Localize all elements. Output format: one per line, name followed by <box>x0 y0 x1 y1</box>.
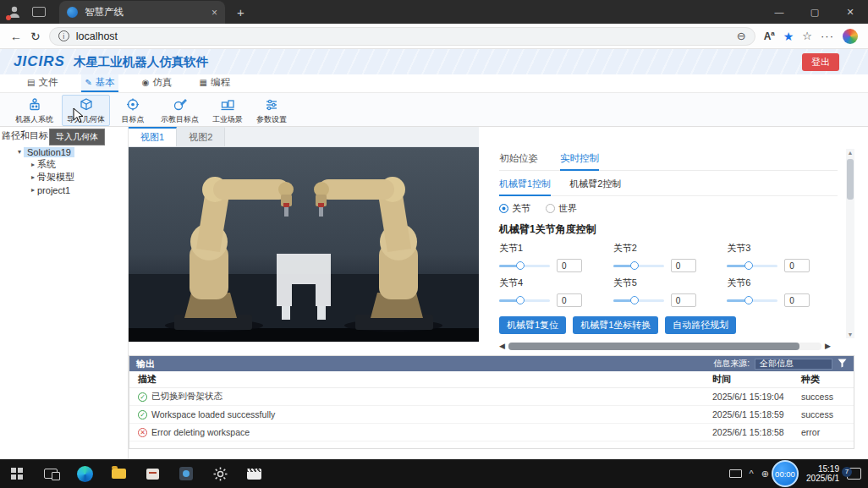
joint-input[interactable]: 0 <box>784 293 810 307</box>
browser-tab[interactable]: 智慧产线 × <box>59 1 225 24</box>
network-icon[interactable]: ⊕ <box>761 469 769 480</box>
vscroll-thumb[interactable] <box>847 159 854 200</box>
menu-item-simulation[interactable]: ◉ 仿真 <box>139 74 176 92</box>
tree-label[interactable]: 系统 <box>37 158 56 171</box>
file-explorer-button[interactable] <box>102 459 135 488</box>
tab-arm1-control[interactable]: 机械臂1控制 <box>499 178 551 190</box>
slider-knob[interactable] <box>516 261 525 270</box>
slider-knob[interactable] <box>516 296 525 304</box>
joint-slider[interactable] <box>499 296 550 304</box>
close-button[interactable]: ✕ <box>832 0 868 24</box>
new-tab-button[interactable]: + <box>237 5 244 19</box>
app-button[interactable] <box>169 459 203 488</box>
auto-path-plan-button[interactable]: 自动路径规划 <box>665 316 736 334</box>
store-button[interactable] <box>135 459 169 488</box>
refresh-icon[interactable]: ↻ <box>30 30 41 43</box>
tab-view1[interactable]: 视图1 <box>129 127 177 146</box>
caret-right-icon[interactable]: ▸ <box>29 161 37 168</box>
edge-taskbar-button[interactable] <box>68 459 102 488</box>
bookmark-star-icon[interactable]: ★ <box>783 30 794 43</box>
tab-realtime-control[interactable]: 实时控制 <box>560 152 599 165</box>
joint-input[interactable]: 0 <box>784 259 810 272</box>
tree-label[interactable]: Solution19 <box>24 147 74 157</box>
tool-param-settings[interactable]: 参数设置 <box>251 95 292 126</box>
settings-button[interactable] <box>203 459 237 488</box>
zoom-out-icon[interactable]: ⊖ <box>737 30 746 42</box>
scroll-left-icon[interactable]: ◀ <box>499 342 505 350</box>
address-text[interactable]: localhost <box>76 30 730 42</box>
joint-slider[interactable] <box>499 261 550 270</box>
site-info-icon[interactable]: i <box>58 30 69 41</box>
source-select[interactable]: 全部信息 <box>755 359 832 370</box>
tab-initial-pose[interactable]: 初始位姿 <box>499 152 538 165</box>
screen-recorder-timer[interactable]: 00:00 <box>772 460 799 487</box>
tree-item-solution[interactable]: ▾ Solution19 <box>0 145 128 158</box>
address-bar[interactable]: i localhost ⊖ <box>49 27 755 46</box>
profile-avatar-icon[interactable] <box>7 4 22 19</box>
slider-knob[interactable] <box>744 296 753 304</box>
filter-icon[interactable] <box>838 356 847 371</box>
slider-knob[interactable] <box>630 296 639 304</box>
tree-item-skeleton-model[interactable]: ▸ 骨架模型 <box>0 171 128 184</box>
menu-item-file[interactable]: ▤ 文件 <box>24 74 61 92</box>
slider-knob[interactable] <box>744 261 753 270</box>
arm1-reset-button[interactable]: 机械臂1复位 <box>499 316 566 334</box>
window-icon[interactable] <box>32 7 46 17</box>
immersive-reader-icon[interactable]: Aa <box>764 30 775 42</box>
vertical-scrollbar[interactable]: ▲ ▼ <box>846 149 854 338</box>
tool-industrial-scene[interactable]: 工业场景 <box>207 95 248 126</box>
taskbar-clock[interactable]: 15:19 2025/6/1 <box>795 464 839 483</box>
joint-input[interactable]: 0 <box>557 293 582 307</box>
horizontal-scrollbar[interactable]: ◀ ▶ <box>499 342 831 350</box>
joint-input[interactable]: 0 <box>557 259 582 272</box>
tab-close-icon[interactable]: × <box>212 7 217 19</box>
tool-robot-system[interactable]: 机器人系统 <box>10 95 58 126</box>
joint-slider[interactable] <box>727 296 777 304</box>
tool-target-point[interactable]: 目标点 <box>113 95 152 126</box>
table-row[interactable]: ✕ Error deleting workspace 2025/6/1 15:1… <box>129 424 854 441</box>
joint-input[interactable]: 0 <box>671 259 696 272</box>
tab-arm2-control[interactable]: 机械臂2控制 <box>569 178 621 190</box>
menu-item-basic[interactable]: ✎ 基本 <box>81 74 118 92</box>
arm1-coord-convert-button[interactable]: 机械臂1坐标转换 <box>573 316 658 334</box>
media-app-button[interactable] <box>237 459 271 488</box>
radio-joint[interactable]: 关节 <box>499 202 530 215</box>
hscroll-thumb[interactable] <box>508 343 799 350</box>
back-icon[interactable]: ← <box>10 30 22 43</box>
minimize-button[interactable]: — <box>761 0 797 24</box>
table-row[interactable]: ✓ 已切换到骨架状态 2025/6/1 15:19:04 success <box>129 388 854 406</box>
tool-import-geometry[interactable]: 导入几何体 <box>62 95 110 126</box>
tree-item-project1[interactable]: ▸ project1 <box>0 184 128 196</box>
tree-label[interactable]: project1 <box>37 185 70 195</box>
caret-down-icon[interactable]: ▾ <box>15 148 24 156</box>
touch-keyboard-icon[interactable] <box>729 469 742 478</box>
table-row[interactable]: ✓ Workspace loaded successfully 2025/6/1… <box>129 406 854 424</box>
scroll-right-icon[interactable]: ▶ <box>825 342 831 350</box>
tray-expand-icon[interactable]: ^ <box>750 469 754 479</box>
scroll-up-icon[interactable]: ▲ <box>846 150 854 156</box>
joint-slider[interactable] <box>613 261 664 270</box>
radio-world[interactable]: 世界 <box>546 202 577 215</box>
logout-button[interactable]: 登出 <box>802 53 839 71</box>
scroll-down-icon[interactable]: ▼ <box>846 332 854 337</box>
screen: 智慧产线 × + — ▢ ✕ ← ↻ i localhost ⊖ Aa ★ ☆ … <box>0 0 868 488</box>
maximize-button[interactable]: ▢ <box>797 0 832 24</box>
browser-profile-icon[interactable] <box>843 29 858 44</box>
joint-slider[interactable] <box>613 296 664 304</box>
joint-input[interactable]: 0 <box>671 293 696 307</box>
tree-label[interactable]: 骨架模型 <box>37 171 74 184</box>
tab-view2[interactable]: 视图2 <box>177 127 225 146</box>
tool-teach-target[interactable]: 示教目标点 <box>156 95 204 126</box>
notification-center-icon[interactable]: 7 <box>847 468 861 480</box>
task-view-button[interactable] <box>34 459 68 488</box>
tree-item-system[interactable]: ▸ 系统 <box>0 158 128 171</box>
caret-right-icon[interactable]: ▸ <box>29 173 37 181</box>
favorites-icon[interactable]: ☆ <box>802 30 812 42</box>
browser-menu-icon[interactable]: ··· <box>821 30 834 42</box>
viewport-3d-scene[interactable] <box>129 147 479 342</box>
menu-item-programming[interactable]: ▦ 编程 <box>196 74 233 92</box>
start-button[interactable] <box>0 459 34 488</box>
joint-slider[interactable] <box>727 261 777 270</box>
caret-right-icon[interactable]: ▸ <box>29 186 37 194</box>
slider-knob[interactable] <box>630 261 639 270</box>
